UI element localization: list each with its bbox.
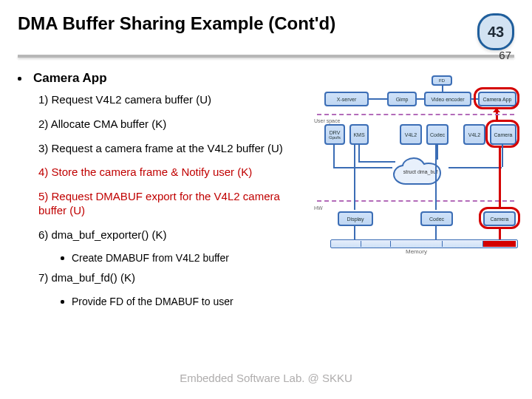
mem-seg-2: [390, 241, 391, 247]
memory-camera-region: [483, 241, 516, 247]
red-highlight-camera-hw: [479, 207, 520, 229]
red-arrow-kernel-hw: [499, 148, 501, 207]
slide-page: DMA Buffer Sharing Example (Cont'd) 43 6…: [0, 0, 532, 399]
memory-bar: [330, 239, 518, 248]
box-kms: KMS: [349, 124, 369, 145]
step-7-sub: Provide FD of the DMABUF to user: [61, 296, 310, 309]
line-drv-cloud-h: [333, 167, 392, 168]
dashed-kernel-hw: [317, 200, 514, 202]
architecture-diagram: X-server Gimp FD Video encoder Camera Ap…: [317, 71, 514, 285]
line-camera-cloud: [502, 145, 503, 167]
label-hw: HW: [314, 205, 323, 211]
box-gimp: Gimp: [387, 92, 417, 106]
step-7: 7) dma_buf_fd() (K): [38, 271, 310, 285]
step-7-sub-text: Provide FD of the DMABUF to user: [72, 296, 233, 309]
line-codec-hw: [435, 145, 437, 210]
footer-text: Embedded Software Lab. @ SKKU: [180, 372, 352, 384]
section-heading-label: Camera App: [33, 71, 107, 86]
red-highlight-camera-kernel: [485, 120, 519, 148]
step-1: 1) Request V4L2 camera buffer (U): [38, 93, 310, 107]
line-display-mem: [354, 226, 355, 239]
step-5: 5) Request DMABUF export for the V4L2 ca…: [38, 190, 310, 218]
box-v4l2-1: V4L2: [400, 124, 422, 145]
step-3: 3) Request a camera frame at the V4L2 bu…: [38, 142, 310, 156]
box-video-encoder: Video encoder: [424, 92, 471, 106]
bullet-icon: [61, 256, 64, 260]
bullet-icon: [61, 300, 64, 304]
box-drv-l2: Gpufs: [329, 135, 341, 140]
line-codechw-mem: [435, 226, 437, 239]
slide-title: DMA Buffer Sharing Example (Cont'd): [18, 13, 335, 35]
footer: Embedded Software Lab. @ SKKU: [0, 372, 532, 384]
cloud-label: struct dma_buf: [391, 169, 450, 174]
red-highlight-camera-app: [474, 87, 519, 109]
step-6-sub-text: Create DMABUF from V4L2 buffer: [72, 252, 229, 265]
label-memory: Memory: [406, 249, 427, 255]
box-codec-k: Codec: [426, 124, 449, 145]
text-column: Camera App 1) Request V4L2 camera buffer…: [18, 71, 310, 314]
arrow-xserver-gimp: [369, 98, 387, 100]
line-kms-cloud-h: [358, 161, 395, 163]
title-underline: [18, 55, 514, 58]
total-pages: 67: [499, 49, 511, 61]
box-fd: FD: [432, 75, 452, 86]
diagram-column: X-server Gimp FD Video encoder Camera Ap…: [317, 71, 514, 314]
slide-body: Camera App 1) Request V4L2 camera buffer…: [18, 71, 514, 314]
red-arrow-hw-mem: [499, 229, 501, 239]
line-kms-display: [354, 145, 355, 210]
line-drv-cloud: [333, 145, 335, 167]
cloud-dma-buf: struct dma_buf: [391, 156, 450, 191]
mem-seg-3: [442, 241, 443, 247]
arrow-gimp-ve: [417, 98, 424, 100]
dashed-user-kernel: [317, 114, 514, 115]
mem-seg-1: [361, 241, 361, 247]
line-kms-cloud: [358, 145, 360, 161]
bullet-icon: [18, 77, 21, 81]
box-v4l2-2: V4L2: [463, 124, 485, 145]
box-drv: DRV Gpufs: [324, 124, 345, 145]
line-codec-cloud: [437, 145, 438, 160]
box-drv-l1: DRV: [330, 130, 341, 135]
red-arrow-head-up: [493, 108, 500, 112]
label-user-space: User space: [314, 118, 340, 123]
slide-number: 43: [488, 24, 504, 41]
steps-list: 1) Request V4L2 camera buffer (U) 2) All…: [18, 93, 310, 308]
slide-number-badge: 43: [477, 13, 514, 50]
box-codec-hw: Codec: [420, 211, 453, 226]
box-display-hw: Display: [338, 211, 373, 226]
step-2: 2) Allocate CMA buffer (K): [38, 117, 310, 132]
step-6: 6) dma_buf_exporter() (K): [38, 228, 310, 242]
section-heading: Camera App: [18, 71, 310, 86]
box-xserver: X-server: [324, 92, 369, 106]
step-6-sub: Create DMABUF from V4L2 buffer: [61, 252, 310, 265]
line-camera-cloud-h: [449, 167, 502, 168]
arrow-fd-down: [442, 86, 443, 92]
step-4: 4) Store the camera frame & Notify user …: [38, 166, 310, 180]
slide-header: DMA Buffer Sharing Example (Cont'd) 43 6…: [18, 13, 514, 50]
